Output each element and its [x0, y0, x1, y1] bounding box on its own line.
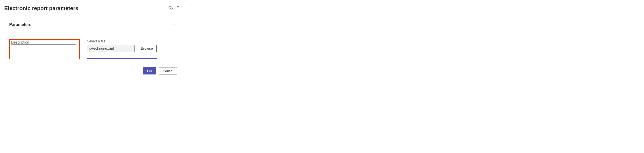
- parameters-section: Parameters Description Select a file Bro…: [4, 21, 181, 59]
- copilot-icon[interactable]: [168, 6, 173, 10]
- header-icons: ?: [168, 5, 181, 11]
- file-input[interactable]: [87, 45, 135, 52]
- dialog-footer: OK Cancel: [4, 67, 181, 74]
- section-header: Parameters: [9, 21, 177, 30]
- chevron-up-icon: [172, 23, 175, 26]
- dialog-title: Electronic report parameters: [4, 5, 78, 12]
- highlight-bar: [87, 58, 157, 59]
- collapse-button[interactable]: [170, 21, 177, 28]
- section-title: Parameters: [9, 22, 31, 27]
- cancel-button[interactable]: Cancel: [159, 67, 177, 74]
- file-row: Browse: [87, 45, 157, 52]
- file-field-group: Select a file Browse: [87, 39, 157, 59]
- browse-button[interactable]: Browse: [137, 45, 156, 52]
- file-label: Select a file: [87, 39, 157, 43]
- description-input[interactable]: [11, 44, 76, 51]
- description-label: Description: [11, 40, 29, 44]
- ok-button[interactable]: OK: [143, 67, 156, 74]
- description-field-group: Description: [9, 39, 80, 59]
- fields-row: Description Select a file Browse: [9, 39, 177, 59]
- dialog: Electronic report parameters ? Parameter…: [0, 0, 185, 78]
- help-icon[interactable]: ?: [177, 5, 180, 11]
- dialog-header: Electronic report parameters ?: [4, 5, 181, 12]
